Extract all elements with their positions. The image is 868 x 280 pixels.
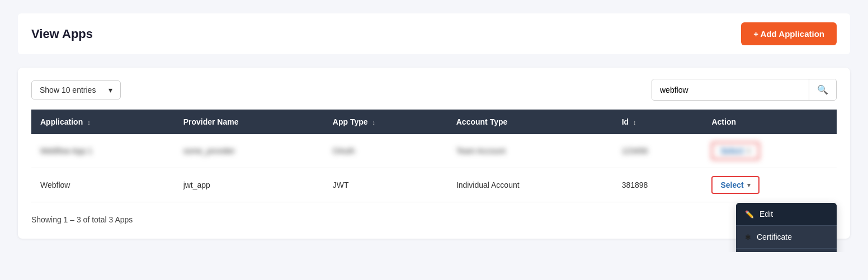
select-button-blurred[interactable]: Select ▾: [711, 142, 759, 160]
sort-icon-app-type: ↕: [372, 119, 376, 126]
col-application: Application ↕: [31, 110, 174, 134]
col-app-type: App Type ↕: [324, 110, 447, 134]
sort-icon-id: ↕: [633, 119, 636, 126]
cell-account-type: Team Account: [447, 134, 613, 168]
entries-select-wrapper: Show 10 entries ▾: [31, 80, 121, 99]
search-wrapper: 🔍: [652, 79, 837, 101]
cell-action: Select ▾ ✏️ Edit ✱ Certificate: [702, 168, 837, 202]
cell-app-type: OAuth: [324, 134, 447, 168]
certificate-label: Certificate: [757, 232, 792, 241]
cell-provider: jwt_app: [174, 168, 324, 202]
dropdown-edit-item[interactable]: ✏️ Edit: [736, 203, 837, 225]
chevron-icon: ▾: [747, 148, 751, 155]
cell-app-type: JWT: [324, 168, 447, 202]
certificate-icon: ✱: [745, 233, 751, 241]
table-row: Webflow jwt_app JWT Individual Account 3…: [31, 168, 837, 202]
showing-text: Showing 1 – 3 of total 3 Apps: [31, 215, 133, 224]
col-provider-name: Provider Name: [174, 110, 324, 134]
cell-account-type: Individual Account: [447, 168, 613, 202]
cell-provider: some_provider: [174, 134, 324, 168]
edit-label: Edit: [760, 210, 773, 219]
page-title: View Apps: [31, 27, 93, 41]
cell-application: Webflow App 1: [31, 134, 174, 168]
table-row: Webflow App 1 some_provider OAuth Team A…: [31, 134, 837, 168]
entries-label: Show 10 entries: [40, 86, 96, 94]
show-entries-dropdown[interactable]: Show 10 entries ▾: [31, 80, 121, 99]
col-id: Id ↕: [613, 110, 703, 134]
table-header-row: Application ↕ Provider Name App Type ↕ A…: [31, 110, 837, 134]
edit-icon: ✏️: [745, 210, 754, 219]
col-action: Action: [702, 110, 837, 134]
select-label: Select: [720, 181, 743, 189]
dropdown-delete-item[interactable]: 🗑 Delete: [736, 248, 837, 252]
table-footer: Showing 1 – 3 of total 3 Apps « 1 »: [31, 211, 837, 227]
cell-application: Webflow: [31, 168, 174, 202]
chevron-down-icon: ▾: [108, 86, 112, 94]
apps-table: Application ↕ Provider Name App Type ↕ A…: [31, 110, 837, 202]
chevron-down-icon: ▾: [747, 182, 751, 189]
col-account-type: Account Type: [447, 110, 613, 134]
sort-icon-application: ↕: [87, 119, 91, 126]
cell-id: 381898: [613, 168, 703, 202]
cell-id: 123456: [613, 134, 703, 168]
cell-action: Select ▾: [702, 134, 837, 168]
select-button[interactable]: Select ▾: [711, 176, 759, 194]
action-dropdown-menu: ✏️ Edit ✱ Certificate 🗑 Delete: [736, 203, 837, 252]
add-application-button[interactable]: + Add Application: [741, 22, 837, 45]
search-button[interactable]: 🔍: [809, 79, 836, 100]
dropdown-certificate-item[interactable]: ✱ Certificate: [736, 225, 837, 248]
search-input[interactable]: [652, 80, 809, 99]
